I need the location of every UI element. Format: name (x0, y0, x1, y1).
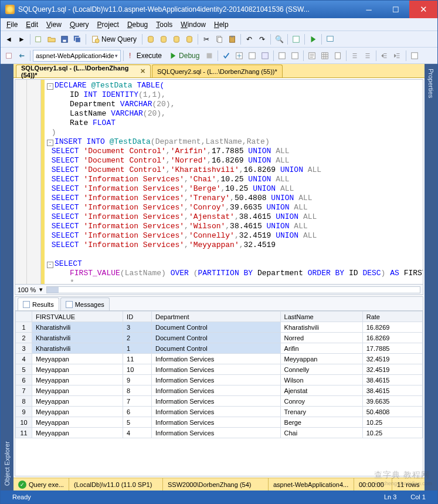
table-row[interactable]: 3Kharatishvili1Document ControlArifin17.… (16, 343, 423, 354)
doc-tab-1[interactable]: SQLQuery1.sql - (L...\DorbenZhang (54))*… (16, 65, 151, 77)
document-tabs: SQLQuery1.sql - (L...\DorbenZhang (54))*… (13, 64, 425, 78)
menu-file[interactable]: File (3, 19, 21, 30)
db-query-icon[interactable] (145, 33, 157, 45)
table-row[interactable]: 4Meyyappan11Information ServicesMeyyappa… (16, 354, 423, 364)
svg-rect-23 (292, 52, 298, 59)
undo-icon[interactable]: ↶ (243, 33, 255, 45)
database-selector[interactable]: aspnet-WebApplication4ide (33, 50, 121, 62)
server-name: (LocalDb)\v11.0 (11.0 SP1) (69, 478, 163, 491)
results-tab[interactable]: Results (18, 297, 59, 310)
messages-icon (66, 301, 73, 308)
debug-button[interactable]: Debug (166, 50, 202, 62)
menu-query[interactable]: Query (66, 19, 93, 30)
table-row[interactable]: 5Meyyappan10Information ServicesConnelly… (16, 364, 423, 375)
estimated-plan-icon[interactable] (233, 50, 245, 62)
forward-icon[interactable]: ► (16, 33, 28, 45)
table-row[interactable]: 6Meyyappan9Information ServicesWilson38.… (16, 375, 423, 385)
change-connection-icon[interactable] (16, 50, 28, 62)
stop-icon[interactable] (203, 50, 215, 62)
connect-icon[interactable] (3, 50, 15, 62)
client-stats-icon[interactable] (289, 50, 301, 62)
col-header[interactable]: Department (152, 312, 281, 322)
solution-config-icon[interactable] (290, 33, 302, 45)
indent-icon[interactable] (379, 50, 391, 62)
parse-icon[interactable] (220, 50, 232, 62)
cut-icon[interactable]: ✂ (201, 33, 212, 45)
code-area[interactable]: -DECLARE @TestData TABLE( ID INT IDENTIT… (45, 80, 423, 284)
uncomment-icon[interactable] (362, 50, 374, 62)
comment-icon[interactable] (324, 33, 336, 45)
db-query2-icon[interactable] (158, 33, 169, 45)
zoom-dropdown-icon[interactable]: ▾ (39, 286, 43, 293)
table-row[interactable]: 7Meyyappan8Information ServicesAjenstat3… (16, 385, 423, 396)
col-header[interactable]: FIRSTVALUE (32, 312, 123, 322)
col-header[interactable] (16, 312, 32, 322)
new-query-label: New Query (101, 35, 137, 43)
close-tab-icon[interactable]: ✕ (140, 67, 145, 75)
separator (287, 34, 288, 45)
query-options-icon[interactable] (246, 50, 258, 62)
db-query3-icon[interactable] (171, 33, 182, 45)
paste-icon[interactable] (226, 33, 238, 45)
table-row[interactable]: 10Meyyappan5Information ServicesBerge10.… (16, 417, 423, 428)
new-query-button[interactable]: New Query (89, 33, 140, 45)
comment-out-icon[interactable] (349, 50, 361, 62)
results-tab-label: Results (32, 301, 54, 308)
maximize-button[interactable]: ☐ (382, 1, 409, 18)
menu-view[interactable]: View (43, 19, 65, 30)
results-text-icon[interactable] (306, 50, 318, 62)
zoom-level[interactable]: 100 % (18, 286, 36, 293)
table-row[interactable]: 2Kharatishvili2Document ControlNorred16.… (16, 333, 423, 343)
database-name: aspnet-WebApplication4ide (36, 52, 114, 59)
open-icon[interactable] (46, 33, 57, 45)
table-row[interactable]: 1Kharatishvili3Document ControlKharatish… (16, 322, 423, 333)
properties-tab[interactable]: Properties (425, 64, 437, 491)
code-editor[interactable]: -DECLARE @TestData TABLE( ID INT IDENTIT… (15, 80, 423, 284)
menu-debug[interactable]: Debug (124, 19, 151, 30)
menu-tools[interactable]: Tools (152, 19, 176, 30)
table-row[interactable]: 8Meyyappan7Information ServicesConroy39.… (16, 396, 423, 407)
object-explorer-tab[interactable]: Object Explorer (1, 64, 13, 491)
results-grid-icon[interactable] (319, 50, 331, 62)
separator (30, 34, 30, 45)
window-buttons: ─ ☐ ✕ (355, 1, 437, 18)
new-project-icon[interactable] (33, 33, 45, 45)
menu-help[interactable]: Help (210, 19, 232, 30)
close-button[interactable]: ✕ (409, 1, 437, 18)
menu-edit[interactable]: Edit (22, 19, 42, 30)
table-row[interactable]: 11Meyyappan4Information ServicesChai10.2… (16, 428, 423, 438)
col-header[interactable]: LastName (280, 312, 362, 322)
redo-icon[interactable]: ↷ (256, 33, 268, 45)
menu-project[interactable]: Project (94, 19, 123, 30)
copy-icon[interactable] (213, 33, 225, 45)
col-header[interactable]: Rate (362, 312, 422, 322)
outdent-icon[interactable] (392, 50, 403, 62)
messages-tab[interactable]: Messages (60, 297, 110, 310)
execute-button[interactable]: ! Execute (126, 50, 165, 62)
col-header[interactable]: ID (123, 312, 152, 322)
svg-rect-20 (249, 52, 256, 59)
specify-values-icon[interactable] (409, 50, 420, 62)
svg-rect-14 (230, 35, 233, 37)
minimize-button[interactable]: ─ (355, 1, 382, 18)
table-row[interactable]: 9Meyyappan6Information ServicesTrenary50… (16, 407, 423, 417)
start-icon[interactable] (307, 33, 319, 45)
results-grid[interactable]: FIRSTVALUEIDDepartmentLastNameRate1Khara… (15, 311, 423, 476)
query-status: ✓Query exe... (13, 478, 69, 491)
actual-plan-icon[interactable] (276, 50, 288, 62)
save-all-icon[interactable] (72, 33, 83, 45)
db-query4-icon[interactable] (184, 33, 195, 45)
row-count: 11 rows (392, 478, 425, 491)
svg-rect-17 (6, 53, 12, 58)
back-icon[interactable]: ◄ (3, 33, 15, 45)
separator (304, 34, 305, 45)
results-file-icon[interactable] (332, 50, 344, 62)
find-icon[interactable]: 🔍 (273, 33, 285, 45)
grid-icon (23, 301, 30, 308)
doc-tab-2[interactable]: SQLQuery2.sql - (L...\DorbenZhang (55))* (152, 65, 283, 77)
hscroll-thumb[interactable] (47, 287, 59, 293)
hscrollbar[interactable] (46, 286, 420, 293)
menu-window[interactable]: Window (177, 19, 209, 30)
save-icon[interactable] (59, 33, 70, 45)
intellisense-icon[interactable] (259, 50, 271, 62)
